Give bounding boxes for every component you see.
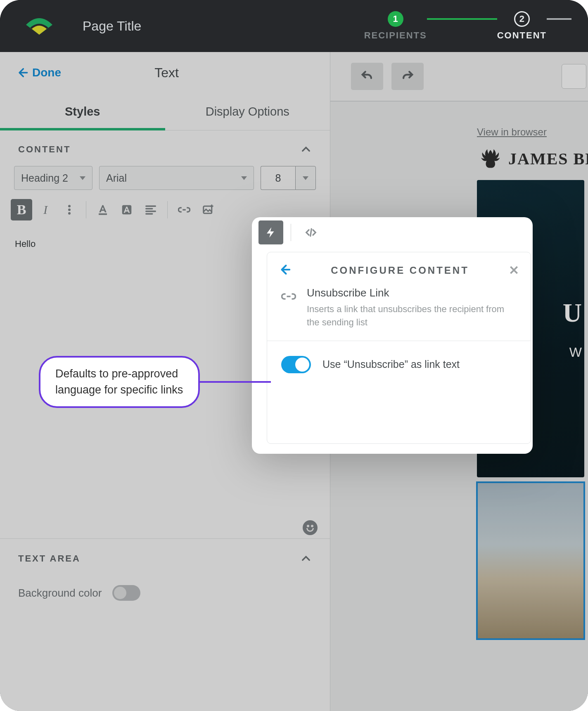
heading-value: Heading 2 bbox=[21, 172, 68, 184]
brand-header: JAMES BL bbox=[477, 145, 588, 172]
undo-button[interactable] bbox=[351, 63, 383, 90]
wizard-steps: 1 RECIPIENTS 2 CONTENT bbox=[364, 11, 571, 41]
smile-icon bbox=[306, 528, 314, 532]
step-connector bbox=[547, 18, 571, 20]
undo-icon bbox=[360, 69, 374, 83]
emoji-button[interactable] bbox=[303, 520, 318, 535]
svg-point-1 bbox=[68, 209, 71, 211]
preview-image-selected[interactable] bbox=[477, 482, 584, 639]
dots-vertical-icon bbox=[63, 204, 76, 216]
text-color-button[interactable] bbox=[92, 199, 114, 220]
editor-content: Hello bbox=[15, 239, 36, 249]
step-connector bbox=[427, 18, 497, 20]
bgcolor-label: Background color bbox=[18, 587, 102, 600]
align-left-icon bbox=[145, 204, 157, 216]
toolbar-divider bbox=[86, 201, 86, 218]
popover-title: CONFIGURE CONTENT bbox=[291, 265, 509, 276]
app-logo bbox=[23, 15, 56, 38]
done-label: Done bbox=[32, 66, 61, 79]
image-button[interactable] bbox=[197, 199, 219, 220]
chevron-up-icon bbox=[300, 553, 312, 564]
done-button[interactable]: Done bbox=[17, 66, 61, 79]
align-button[interactable] bbox=[140, 199, 161, 220]
step-recipients[interactable]: 1 RECIPIENTS bbox=[364, 11, 427, 41]
hero-heading: U bbox=[563, 298, 582, 328]
tab-display-options[interactable]: Display Options bbox=[165, 93, 330, 130]
section-content-header[interactable]: CONTENT bbox=[18, 144, 312, 166]
hero-sub: W bbox=[569, 345, 582, 360]
annotation-text: Defaults to pre-approved language for sp… bbox=[39, 356, 200, 408]
italic-button[interactable]: I bbox=[35, 199, 56, 220]
step-number: 1 bbox=[388, 11, 403, 27]
link-icon bbox=[178, 204, 190, 216]
svg-point-2 bbox=[68, 212, 71, 215]
editor-tabs: Styles Display Options bbox=[0, 93, 330, 130]
popover-item-unsubscribe: Unsubscribe Link Inserts a link that uns… bbox=[267, 285, 531, 341]
heading-select[interactable]: Heading 2 bbox=[14, 166, 92, 190]
popover-item-title: Unsubscribe Link bbox=[307, 287, 517, 299]
configure-content-popover: CONFIGURE CONTENT ✕ Unsubscribe Link Ins… bbox=[252, 217, 533, 454]
toolbar-divider bbox=[167, 201, 168, 218]
brand-name: JAMES BL bbox=[508, 149, 588, 168]
section-title: CONTENT bbox=[18, 144, 71, 155]
page-title: Page Title bbox=[83, 19, 141, 34]
step-number: 2 bbox=[514, 11, 530, 27]
step-label: CONTENT bbox=[497, 30, 547, 41]
font-value: Arial bbox=[106, 172, 127, 184]
toggle-label: Use “Unsubscribe” as link text bbox=[322, 358, 460, 370]
svg-rect-3 bbox=[99, 213, 107, 215]
svg-point-0 bbox=[68, 205, 71, 207]
caret-down-icon bbox=[303, 176, 308, 180]
section-textarea-header[interactable]: TEXT AREA bbox=[18, 553, 312, 575]
font-select[interactable]: Arial bbox=[99, 166, 254, 190]
section-title: TEXT AREA bbox=[18, 553, 81, 564]
step-label: RECIPIENTS bbox=[364, 30, 427, 41]
chevron-up-icon bbox=[300, 144, 312, 155]
view-in-browser-link[interactable]: View in browser bbox=[477, 126, 588, 138]
panel-title: Text bbox=[61, 65, 272, 81]
caret-down-icon bbox=[80, 176, 85, 180]
bgcolor-toggle[interactable] bbox=[112, 585, 140, 601]
annotation-leader-line bbox=[200, 381, 271, 383]
font-size-input[interactable] bbox=[261, 166, 295, 190]
tab-styles[interactable]: Styles bbox=[0, 93, 165, 130]
popover-close-button[interactable]: ✕ bbox=[509, 263, 519, 277]
preview-action-button[interactable] bbox=[562, 64, 586, 89]
more-format-button[interactable] bbox=[59, 199, 80, 220]
link-button[interactable] bbox=[173, 199, 195, 220]
use-default-text-toggle[interactable] bbox=[281, 356, 311, 373]
code-button[interactable] bbox=[299, 220, 323, 244]
arrow-left-icon bbox=[17, 67, 28, 78]
redo-button[interactable] bbox=[391, 63, 424, 90]
image-plus-icon bbox=[202, 204, 214, 216]
antler-icon bbox=[477, 145, 502, 172]
highlight-icon bbox=[121, 204, 133, 216]
text-color-icon bbox=[97, 204, 109, 216]
bold-button[interactable]: B bbox=[11, 199, 32, 220]
code-icon bbox=[305, 226, 317, 239]
highlight-button[interactable] bbox=[116, 199, 138, 220]
font-size-dropdown[interactable] bbox=[295, 166, 316, 190]
popover-item-desc: Inserts a link that unsubscribes the rec… bbox=[307, 303, 517, 329]
step-content[interactable]: 2 CONTENT bbox=[497, 11, 547, 41]
caret-down-icon bbox=[241, 176, 247, 180]
toolbar-divider bbox=[291, 224, 291, 241]
link-icon bbox=[281, 289, 296, 329]
popover-back-button[interactable] bbox=[279, 263, 291, 277]
svg-rect-4 bbox=[122, 205, 132, 215]
arrow-left-icon bbox=[279, 263, 291, 276]
lightning-icon bbox=[265, 226, 277, 239]
app-topbar: Page Title 1 RECIPIENTS 2 CONTENT bbox=[0, 0, 588, 52]
redo-icon bbox=[401, 69, 415, 83]
smart-content-button[interactable] bbox=[258, 220, 283, 244]
annotation-callout: Defaults to pre-approved language for sp… bbox=[39, 356, 271, 408]
